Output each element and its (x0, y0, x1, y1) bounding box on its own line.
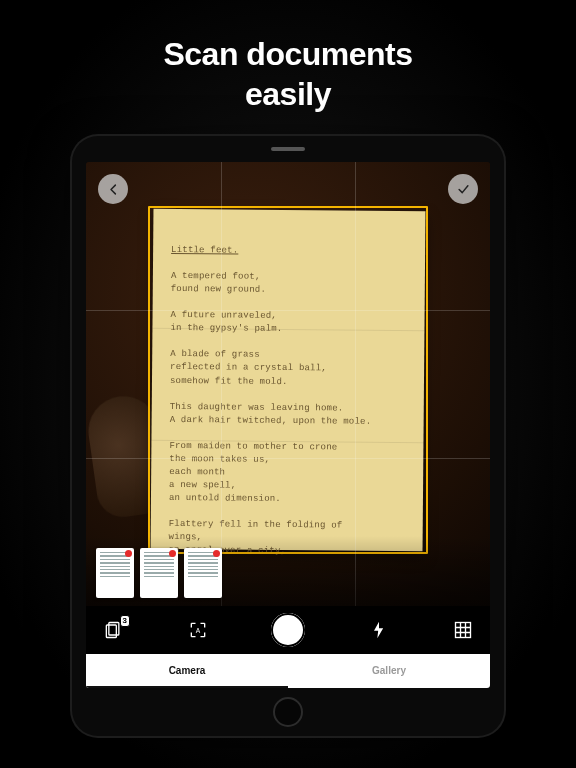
camera-viewfinder[interactable]: Little feet. A tempered foot, found new … (86, 162, 490, 606)
capture-thumbnails (96, 548, 222, 598)
auto-capture-button[interactable]: A (187, 619, 209, 641)
confirm-button[interactable] (448, 174, 478, 204)
promo-headline: Scan documents easily (163, 34, 412, 114)
grid-line (86, 310, 490, 311)
delete-dot-icon[interactable] (213, 550, 220, 557)
batch-count-badge: 3 (120, 615, 130, 627)
app-screen: Little feet. A tempered foot, found new … (86, 162, 490, 688)
bottom-tabs: Camera Gallery (86, 654, 490, 688)
thumbnail[interactable] (96, 548, 134, 598)
tablet-frame: Little feet. A tempered foot, found new … (72, 136, 504, 736)
grid-button[interactable] (452, 619, 474, 641)
control-bar: 3 A (86, 606, 490, 654)
home-button[interactable] (273, 697, 303, 727)
grabber-icon (271, 147, 305, 151)
thumbnail[interactable] (184, 548, 222, 598)
svg-text:A: A (195, 627, 200, 634)
back-button[interactable] (98, 174, 128, 204)
thumbnail[interactable] (140, 548, 178, 598)
document-text: Little feet. A tempered foot, found new … (168, 231, 407, 572)
delete-dot-icon[interactable] (169, 550, 176, 557)
shutter-button[interactable] (271, 613, 305, 647)
batch-button[interactable]: 3 (102, 619, 124, 641)
scanned-document: Little feet. A tempered foot, found new … (151, 209, 426, 551)
flash-button[interactable] (368, 619, 390, 641)
tab-gallery[interactable]: Gallery (288, 654, 490, 688)
grid-line (221, 162, 222, 606)
svg-rect-3 (456, 623, 471, 638)
tab-camera[interactable]: Camera (86, 654, 288, 688)
delete-dot-icon[interactable] (125, 550, 132, 557)
grid-line (86, 458, 490, 459)
grid-line (355, 162, 356, 606)
